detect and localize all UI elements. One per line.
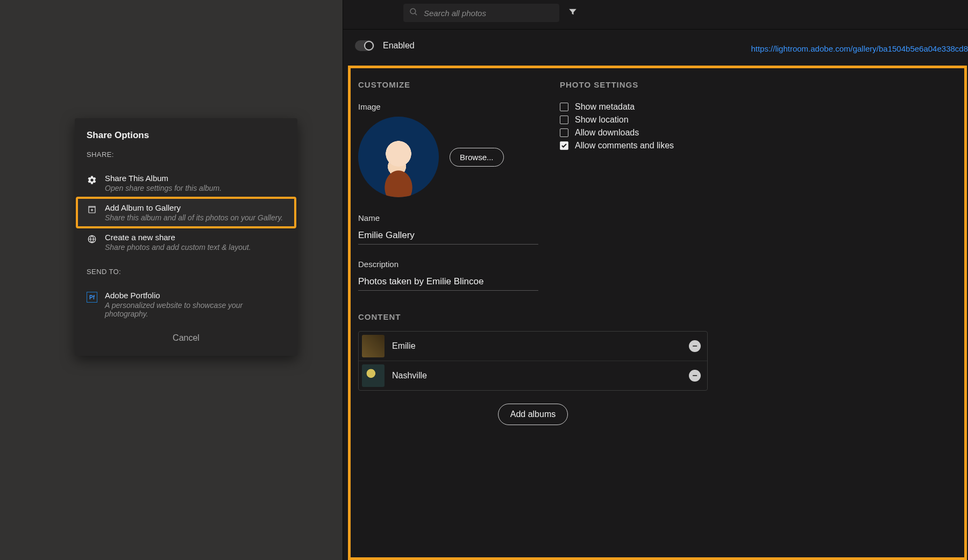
portfolio-icon: Pf [87,292,97,303]
globe-icon [87,234,97,245]
checkbox-label: Show metadata [575,102,635,112]
description-label: Description [358,260,538,269]
share-item-desc: Share this album and all of its photos o… [105,213,283,222]
right-pane: Enabled https://lightroom.adobe.com/gall… [343,0,968,560]
checkbox-icon [560,128,568,137]
share-options-popup: Share Options SHARE: Share This Album Op… [75,118,297,356]
add-albums-button[interactable]: Add albums [498,404,568,425]
show-metadata-checkbox[interactable]: Show metadata [560,102,949,112]
customize-heading: CUSTOMIZE [358,80,538,89]
share-item-desc: Share photos and add custom text & layou… [105,243,251,252]
svg-point-2 [410,9,416,14]
filter-icon[interactable] [568,7,578,19]
search-icon [409,7,418,19]
checkbox-icon [560,103,568,111]
add-album-to-gallery[interactable]: Add Album to Gallery Share this album an… [77,198,295,227]
gear-icon [87,175,97,185]
avatar [358,117,439,197]
enable-label: Enabled [383,41,415,51]
name-field[interactable] [358,228,538,245]
gallery-settings-panel: CUSTOMIZE Image Browse... Name Descripti… [348,66,967,560]
checkbox-icon [560,116,568,124]
show-location-checkbox[interactable]: Show location [560,115,949,125]
left-pane: Share Options SHARE: Share This Album Op… [0,0,342,560]
content-heading: CONTENT [358,312,538,321]
name-label: Name [358,213,538,222]
checkbox-label: Allow downloads [575,128,639,138]
album-thumb [362,335,385,357]
enable-toggle[interactable] [355,40,374,51]
photo-settings-heading: PHOTO SETTINGS [560,80,949,89]
search-input[interactable] [424,9,554,18]
share-item-desc: A personalized website to showcase your … [105,301,286,318]
browse-button[interactable]: Browse... [450,148,504,167]
cancel-button[interactable]: Cancel [87,324,286,345]
description-field[interactable] [358,274,538,291]
checkbox-icon [560,141,568,150]
create-new-share[interactable]: Create a new share Share photos and add … [87,227,286,257]
share-item-desc: Open share settings for this album. [105,184,222,192]
allow-comments-checkbox[interactable]: Allow comments and likes [560,141,949,150]
share-item-title: Adobe Portfolio [105,291,286,300]
share-item-title: Add Album to Gallery [105,203,283,212]
checkbox-label: Allow comments and likes [575,141,674,150]
gallery-url-link[interactable]: https://lightroom.adobe.com/gallery/ba15… [751,44,968,53]
share-section-label: SHARE: [87,150,286,159]
share-this-album[interactable]: Share This Album Open share settings for… [87,168,286,198]
album-thumb [362,364,385,387]
share-item-title: Share This Album [105,174,222,183]
allow-downloads-checkbox[interactable]: Allow downloads [560,128,949,138]
search-wrap[interactable] [403,4,559,22]
add-gallery-icon [87,204,97,215]
share-title: Share Options [87,130,286,141]
send-to-label: SEND TO: [87,268,286,276]
share-item-title: Create a new share [105,233,251,242]
adobe-portfolio[interactable]: Pf Adobe Portfolio A personalized websit… [87,285,286,324]
checkbox-label: Show location [575,115,629,125]
image-label: Image [358,102,538,111]
